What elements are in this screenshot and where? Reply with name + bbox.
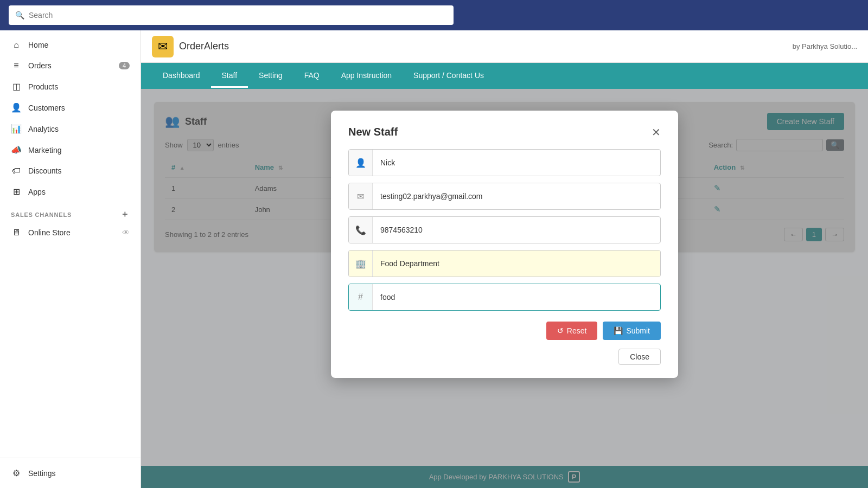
modal-overlay: New Staff ✕ 👤 ✉ 📞 bbox=[141, 89, 868, 488]
main-layout: ⌂ Home ≡ Orders 4 ◫ Products 👤 Customers… bbox=[0, 30, 868, 488]
close-area: Close bbox=[348, 349, 661, 365]
sidebar-item-discounts[interactable]: 🏷 Discounts bbox=[0, 160, 141, 181]
sidebar-item-analytics[interactable]: 📊 Analytics bbox=[0, 118, 141, 139]
nav-dashboard[interactable]: Dashboard bbox=[152, 65, 211, 88]
name-field: 👤 bbox=[348, 149, 661, 176]
sidebar-item-label: Analytics bbox=[28, 125, 59, 133]
phone-input[interactable] bbox=[373, 217, 660, 243]
sidebar-bottom: ⚙ Settings bbox=[0, 458, 141, 488]
home-icon: ⌂ bbox=[11, 40, 22, 50]
name-input[interactable] bbox=[373, 150, 660, 176]
nav-app-instruction[interactable]: App Instruction bbox=[330, 65, 403, 88]
department-input[interactable] bbox=[373, 251, 660, 277]
sidebar-item-label: Customers bbox=[28, 104, 65, 112]
sales-channels-label: SALES CHANNELS bbox=[11, 211, 72, 218]
top-bar: 🔍 bbox=[0, 0, 868, 30]
nav-faq[interactable]: FAQ bbox=[293, 65, 330, 88]
add-sales-channel-icon[interactable]: ＋ bbox=[120, 209, 130, 220]
apps-icon: ⊞ bbox=[11, 187, 22, 197]
app-logo: ✉ bbox=[152, 36, 174, 57]
sidebar-item-label: Online Store bbox=[28, 228, 71, 237]
app-nav: Dashboard Staff Setting FAQ App Instruct… bbox=[141, 63, 868, 89]
sidebar-item-orders[interactable]: ≡ Orders 4 bbox=[0, 55, 141, 76]
sidebar-item-online-store[interactable]: 🖥 Online Store 👁 bbox=[0, 222, 141, 243]
products-icon: ◫ bbox=[11, 81, 22, 92]
app-header: ✉ OrderAlerts by Parkhya Solutio... bbox=[141, 30, 868, 63]
online-store-eye-icon: 👁 bbox=[122, 228, 130, 237]
settings-icon: ⚙ bbox=[11, 468, 22, 478]
app-by: by Parkhya Solutio... bbox=[793, 42, 857, 50]
sidebar-item-label: Discounts bbox=[28, 166, 61, 175]
reset-icon: ↺ bbox=[557, 326, 564, 335]
sidebar-item-apps[interactable]: ⊞ Apps bbox=[0, 181, 141, 202]
modal-close-x-button[interactable]: ✕ bbox=[652, 127, 661, 138]
app-title: OrderAlerts bbox=[179, 41, 229, 52]
sidebar-item-label: Marketing bbox=[28, 146, 61, 155]
new-staff-modal: New Staff ✕ 👤 ✉ 📞 bbox=[331, 111, 678, 378]
sidebar-item-customers[interactable]: 👤 Customers bbox=[0, 97, 141, 118]
email-field: ✉ bbox=[348, 183, 661, 210]
customers-icon: 👤 bbox=[11, 102, 22, 113]
sidebar-item-label: Settings bbox=[28, 469, 56, 478]
modal-actions: ↺ Reset 💾 Submit bbox=[348, 322, 661, 340]
tag-input[interactable] bbox=[373, 284, 660, 310]
nav-staff[interactable]: Staff bbox=[211, 65, 248, 88]
discounts-icon: 🏷 bbox=[11, 166, 22, 176]
reset-button[interactable]: ↺ Reset bbox=[546, 322, 598, 340]
sidebar-item-label: Home bbox=[28, 41, 48, 49]
sidebar: ⌂ Home ≡ Orders 4 ◫ Products 👤 Customers… bbox=[0, 30, 141, 488]
user-icon: 👤 bbox=[349, 150, 373, 176]
analytics-icon: 📊 bbox=[11, 124, 22, 134]
phone-icon: 📞 bbox=[349, 217, 373, 243]
phone-field: 📞 bbox=[348, 216, 661, 243]
sidebar-item-products[interactable]: ◫ Products bbox=[0, 76, 141, 97]
department-field: 🏢 bbox=[348, 250, 661, 277]
app-logo-icon: ✉ bbox=[158, 40, 168, 54]
nav-support[interactable]: Support / Contact Us bbox=[403, 65, 495, 88]
sidebar-item-label: Products bbox=[28, 82, 58, 91]
submit-button[interactable]: 💾 Submit bbox=[603, 322, 661, 340]
sidebar-item-home[interactable]: ⌂ Home bbox=[0, 35, 141, 55]
close-button[interactable]: Close bbox=[618, 349, 661, 365]
sidebar-item-marketing[interactable]: 📣 Marketing bbox=[0, 139, 141, 160]
tag-field: # bbox=[348, 284, 661, 311]
reset-label: Reset bbox=[567, 326, 587, 335]
marketing-icon: 📣 bbox=[11, 145, 22, 155]
sidebar-item-settings[interactable]: ⚙ Settings bbox=[0, 463, 141, 484]
modal-header: New Staff ✕ bbox=[348, 126, 661, 138]
sidebar-item-label: Apps bbox=[28, 188, 46, 196]
search-icon: 🔍 bbox=[15, 11, 24, 20]
online-store-icon: 🖥 bbox=[11, 228, 22, 237]
sales-channels-section: SALES CHANNELS ＋ bbox=[0, 202, 141, 222]
nav-setting[interactable]: Setting bbox=[248, 65, 293, 88]
email-icon: ✉ bbox=[349, 183, 373, 209]
submit-label: Submit bbox=[626, 326, 650, 335]
search-box[interactable]: 🔍 bbox=[9, 5, 454, 25]
modal-title: New Staff bbox=[348, 126, 398, 138]
email-input[interactable] bbox=[373, 183, 660, 209]
orders-icon: ≡ bbox=[11, 61, 22, 70]
content: ✉ OrderAlerts by Parkhya Solutio... Dash… bbox=[141, 30, 868, 488]
orders-badge: 4 bbox=[119, 62, 130, 69]
submit-icon: 💾 bbox=[614, 326, 623, 335]
tag-icon: # bbox=[349, 284, 373, 310]
search-input[interactable] bbox=[29, 11, 447, 20]
department-icon: 🏢 bbox=[349, 251, 373, 277]
sidebar-item-label: Orders bbox=[28, 61, 52, 70]
